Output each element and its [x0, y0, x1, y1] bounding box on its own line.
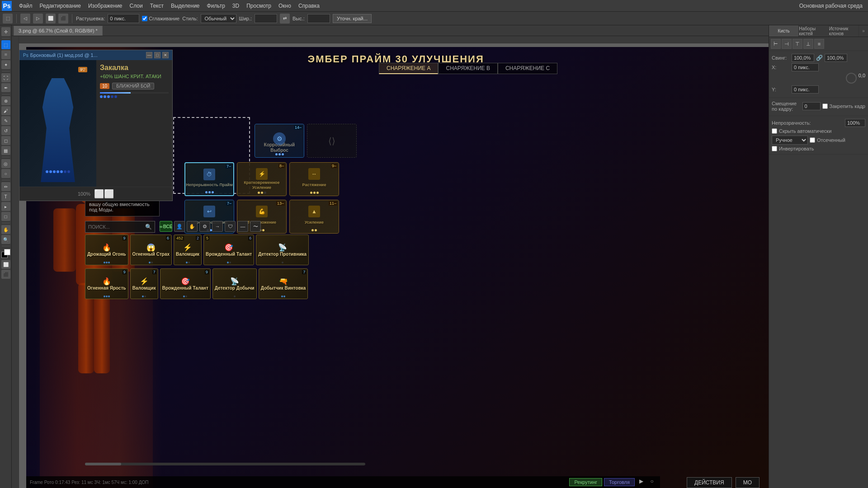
auto-hide-checkbox[interactable]: [772, 128, 777, 134]
tool-shape[interactable]: □: [1, 212, 10, 221]
menu-text[interactable]: Текст: [146, 2, 167, 10]
align-distribute-icon[interactable]: ≡: [814, 39, 824, 49]
mode-select[interactable]: Ручное: [772, 136, 808, 145]
tool-healing[interactable]: ⊕: [1, 96, 10, 105]
menu-view[interactable]: Просмотр: [243, 2, 275, 10]
game-tab-circle[interactable]: ○: [647, 478, 656, 486]
equipped-mod-1-empty[interactable]: ⟨⟩: [307, 124, 357, 158]
align-justify-icon[interactable]: ⊥: [803, 39, 813, 49]
invert-checkbox[interactable]: [772, 146, 777, 151]
tool-icon-feather-right[interactable]: ▷: [33, 14, 43, 23]
rpanel-tab-clone[interactable]: Источник клонов: [829, 25, 859, 37]
tool-gradient[interactable]: ▦: [1, 146, 10, 155]
align-center-icon[interactable]: ⊣: [782, 39, 792, 49]
tool-blur[interactable]: ◎: [1, 159, 10, 168]
document-tab-main[interactable]: 3.png @ 66.7% (Слой 0, RGB/8#) *: [14, 26, 103, 36]
grid-mod-1[interactable]: 6 😱 Огненный Страх: [130, 235, 172, 265]
tool-icon-marquee[interactable]: ⬚: [3, 14, 13, 23]
grid-mod-8[interactable]: 📡 Детектор Добычи: [212, 268, 257, 299]
charge-tab-a[interactable]: СНАРЯЖЕНИЕ А: [379, 63, 438, 74]
grid-mod-2[interactable]: 452 2 ⚡ Валомщик: [174, 235, 202, 265]
action-btn-mo[interactable]: МО: [736, 477, 760, 488]
charge-tab-c[interactable]: СНАРЯЖЕНИЕ С: [498, 63, 557, 74]
filter-btn-wave[interactable]: 〜: [250, 221, 261, 232]
clipped-checkbox[interactable]: [810, 137, 815, 143]
y-input[interactable]: [792, 85, 819, 94]
tool-icon-feather-center[interactable]: ⬜: [46, 14, 56, 23]
equipped-mod-continuity[interactable]: 7– ⏱ Непрерывность Прайм: [184, 162, 234, 196]
align-left-icon[interactable]: ⊢: [771, 39, 781, 49]
filter-btn-arrow[interactable]: →: [212, 221, 223, 232]
swing-input-h[interactable]: [825, 54, 847, 62]
swap-dimensions-icon[interactable]: ⇄: [280, 14, 290, 23]
filter-all-button[interactable]: ∞ ВСЕ: [160, 221, 172, 232]
высота-input[interactable]: [307, 14, 330, 23]
grid-mod-4[interactable]: 📡 Детектор Противника: [256, 235, 309, 265]
tool-lasso[interactable]: ⌗: [1, 50, 10, 59]
mods-scrollbar-thumb[interactable]: [85, 463, 121, 465]
filter-btn-line[interactable]: —: [237, 221, 248, 232]
menu-edit[interactable]: Редактирование: [36, 2, 85, 10]
game-tab-recruit[interactable]: Рекрутинг: [569, 478, 602, 486]
action-btn-действия[interactable]: ДЕЙСТВИЯ: [687, 477, 732, 488]
tool-magic-wand[interactable]: ✦: [1, 60, 10, 69]
tool-path-select[interactable]: ▸: [1, 202, 10, 211]
grid-mod-5[interactable]: 9 🔥 Огненная Ярость: [85, 268, 128, 299]
menu-layers[interactable]: Слои: [126, 2, 146, 10]
menu-filter[interactable]: Фильтр: [203, 2, 229, 10]
tool-text[interactable]: T: [1, 192, 10, 201]
menu-3d[interactable]: 3D: [229, 2, 243, 10]
filter-btn-gear[interactable]: ⚙: [199, 221, 210, 232]
float-card-restore[interactable]: □: [154, 52, 160, 58]
grid-mod-9[interactable]: 7 🔫 Добытчик Винтовка: [259, 268, 308, 299]
tool-hand[interactable]: ✋: [1, 225, 10, 234]
menu-window[interactable]: Окно: [275, 2, 295, 10]
grid-mod-0[interactable]: 9 🔥 Дрожащий Огонь: [85, 235, 128, 265]
растушевка-input[interactable]: [108, 14, 139, 23]
workspace-selector[interactable]: Основная рабочая среда: [796, 2, 866, 10]
tool-marquee[interactable]: ⬚: [1, 40, 10, 49]
equipped-mod-intensify[interactable]: 11– ▲ Усиление: [289, 200, 339, 234]
tool-quick-mask[interactable]: ⬜: [1, 260, 10, 269]
mod-search-input[interactable]: [88, 224, 143, 230]
tool-icon-feather-4[interactable]: ⬛: [58, 14, 68, 23]
lock-frame-checkbox[interactable]: [822, 103, 828, 109]
rpanel-expand[interactable]: »: [859, 25, 868, 37]
стиль-select[interactable]: Обычный: [201, 14, 236, 23]
menu-select[interactable]: Выделение: [167, 2, 203, 10]
menu-help[interactable]: Справка: [295, 2, 323, 10]
filter-btn-shield[interactable]: 🛡: [225, 221, 236, 232]
offset-input[interactable]: [802, 102, 821, 110]
rpanel-tab-brush-sets[interactable]: Наборы кистей: [799, 25, 829, 37]
уточнить-край-button[interactable]: Уточн. край...: [333, 14, 372, 23]
x-input[interactable]: [792, 63, 819, 71]
grid-mod-3[interactable]: 5 6 🎯 Врожденный Талант: [203, 235, 254, 265]
tool-brush[interactable]: 🖌: [1, 106, 10, 115]
rpanel-tab-brush[interactable]: Кисть: [769, 25, 799, 37]
game-tab-arrow[interactable]: ▶: [637, 478, 646, 486]
menu-file[interactable]: Файл: [15, 2, 36, 10]
align-right-icon[interactable]: ⊤: [793, 39, 802, 49]
filter-btn-hand[interactable]: ✋: [187, 221, 198, 232]
ширина-input[interactable]: [255, 14, 277, 23]
tool-clone-stamp[interactable]: ✎: [1, 116, 10, 125]
сглаживание-checkbox[interactable]: [142, 16, 147, 21]
swing-input[interactable]: [792, 54, 814, 62]
float-card-minimize[interactable]: —: [146, 52, 152, 58]
tool-dodge[interactable]: ○: [1, 169, 10, 178]
tool-history-brush[interactable]: ↺: [1, 126, 10, 135]
tool-eyedropper[interactable]: ✒: [1, 83, 10, 92]
float-card-close[interactable]: ✕: [162, 52, 169, 58]
tool-crop[interactable]: ⛶: [1, 73, 10, 82]
tool-move[interactable]: ✛: [1, 27, 10, 36]
game-tab-trade[interactable]: Торговля: [604, 478, 635, 486]
equipped-mod-0[interactable]: 14– ⚙ Коррозийный Выброс: [255, 124, 304, 158]
tool-eraser[interactable]: ◻: [1, 136, 10, 145]
tool-icon-feather-left[interactable]: ◁: [20, 14, 30, 23]
equipped-mod-stretch[interactable]: 9– ↔ Растяжение: [289, 162, 339, 196]
grid-mod-7[interactable]: 9 🎯 Врожденный Талант: [160, 268, 211, 299]
filter-btn-person[interactable]: 👤: [174, 221, 185, 232]
tool-pen[interactable]: ✏: [1, 182, 10, 191]
angle-dial[interactable]: [846, 73, 857, 84]
opacity-input[interactable]: [845, 119, 865, 127]
